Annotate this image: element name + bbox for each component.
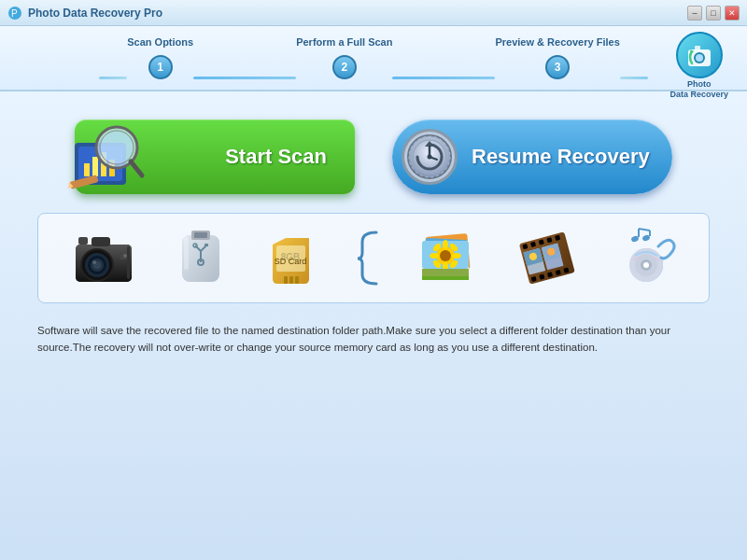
maximize-button[interactable]: □	[706, 6, 721, 21]
svg-point-62	[443, 240, 448, 249]
step-3-circle: 3	[545, 55, 570, 79]
svg-rect-29	[78, 237, 88, 245]
steps-container: Scan Options 1 Perform a Full Scan 2	[19, 36, 728, 79]
main-content: Start Scan	[0, 91, 747, 560]
buttons-row: Start Scan	[37, 119, 710, 194]
window-title: Photo Data Recovery Pro	[28, 7, 162, 20]
svg-point-64	[430, 253, 439, 259]
step-3-label: Preview & Recovery Files	[495, 36, 619, 48]
step-3: Preview & Recovery Files 3	[495, 36, 619, 79]
brace-divider	[353, 228, 381, 288]
step-2-circle: 2	[332, 55, 357, 79]
app-icon: P	[7, 6, 22, 21]
camera-device-icon	[71, 228, 136, 288]
step-1-circle: 1	[148, 55, 173, 79]
svg-rect-52	[295, 276, 299, 284]
svg-point-61	[440, 250, 451, 261]
svg-point-65	[452, 253, 461, 259]
title-bar: P Photo Data Recovery Pro – □ ✕	[0, 0, 747, 26]
svg-point-38	[123, 254, 127, 258]
description-text: Software will save the recovered file to…	[37, 322, 710, 357]
svg-rect-11	[92, 157, 98, 176]
svg-rect-39	[127, 246, 130, 279]
music-device-icon	[616, 228, 677, 288]
resume-recovery-button[interactable]: Resume Recovery	[392, 119, 672, 194]
photos-device-icon	[417, 228, 478, 288]
svg-line-96	[639, 229, 650, 231]
film-device-icon	[514, 228, 580, 288]
device-icons-box: 8GB SD Card	[37, 213, 710, 303]
minimize-button[interactable]: –	[687, 6, 702, 21]
svg-point-24	[428, 155, 432, 160]
title-controls: – □ ✕	[687, 6, 740, 21]
resume-icon	[402, 129, 458, 185]
sd-card-device-icon: 8GB SD Card	[265, 231, 317, 287]
step-1: Scan Options 1	[127, 36, 193, 79]
step-1-label: Scan Options	[127, 36, 193, 48]
svg-point-15	[100, 131, 134, 164]
svg-rect-28	[92, 237, 110, 246]
svg-point-93	[643, 262, 649, 268]
svg-rect-51	[289, 276, 293, 284]
svg-rect-47	[204, 244, 208, 246]
svg-line-16	[131, 161, 142, 175]
svg-point-5	[696, 54, 703, 62]
svg-rect-50	[284, 276, 288, 284]
svg-text:P: P	[11, 8, 18, 19]
step-2-label: Perform a Full Scan	[296, 36, 392, 48]
step-2: Perform a Full Scan 2	[296, 36, 392, 79]
start-scan-button[interactable]: Start Scan	[75, 119, 355, 194]
svg-rect-10	[84, 163, 90, 176]
start-scan-label: Start Scan	[225, 145, 327, 169]
svg-rect-6	[695, 46, 700, 50]
usb-device-icon	[173, 228, 229, 288]
svg-rect-42	[194, 232, 207, 238]
logo-icon	[675, 31, 724, 79]
svg-rect-49	[184, 237, 189, 270]
close-button[interactable]: ✕	[725, 6, 740, 21]
svg-point-36	[92, 260, 96, 264]
scan-icon	[65, 115, 149, 199]
resume-recovery-label: Resume Recovery	[472, 145, 650, 169]
title-bar-left: P Photo Data Recovery Pro	[7, 6, 162, 21]
svg-text:SD Card: SD Card	[274, 257, 306, 266]
step-bar: Scan Options 1 Perform a Full Scan 2	[0, 26, 747, 91]
svg-rect-71	[422, 276, 469, 280]
app-logo: Photo Data Recovery	[669, 31, 728, 100]
logo-text: Photo Data Recovery	[669, 79, 728, 100]
